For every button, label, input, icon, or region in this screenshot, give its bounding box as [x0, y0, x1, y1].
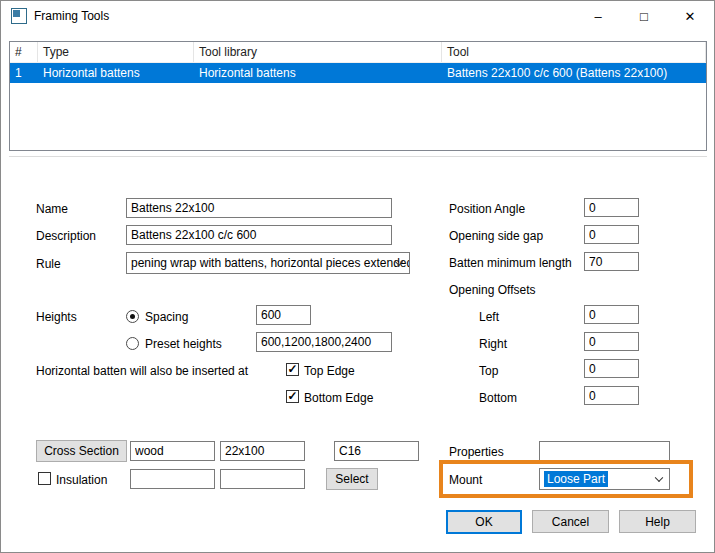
bottom-edge-checkbox[interactable] [286, 390, 299, 403]
framing-tools-dialog: Framing Tools – □ ✕ # Type Tool library … [0, 0, 715, 553]
offset-top-label: Top [479, 364, 498, 378]
mount-dropdown[interactable]: Loose Part [539, 468, 670, 490]
title-bar: Framing Tools – □ ✕ [1, 1, 714, 31]
top-edge-checkbox[interactable] [286, 363, 299, 376]
ok-button[interactable]: OK [446, 510, 522, 534]
properties-label: Properties [449, 445, 504, 459]
offset-left-input[interactable] [584, 305, 639, 324]
spacing-radio[interactable] [126, 310, 139, 323]
cross-section-grade-input[interactable] [334, 441, 419, 461]
minimize-icon[interactable]: – [575, 2, 621, 31]
row-type: Horizontal battens [38, 63, 194, 83]
offset-right-label: Right [479, 337, 507, 351]
rule-dropdown[interactable]: pening wrap with battens, horizontal pie… [126, 252, 410, 274]
help-button[interactable]: Help [619, 510, 696, 533]
rule-dropdown-value: pening wrap with battens, horizontal pie… [131, 256, 410, 270]
cross-section-size-input[interactable] [220, 441, 305, 461]
name-input[interactable] [126, 198, 392, 218]
row-library: Horizontal battens [194, 63, 442, 83]
column-header-num[interactable]: # [10, 42, 38, 62]
row-tool: Battens 22x100 c/c 600 (Battens 22x100) [442, 63, 706, 83]
offset-right-input[interactable] [584, 332, 639, 351]
spacing-input[interactable] [256, 305, 311, 325]
column-header-type[interactable]: Type [38, 42, 194, 62]
opening-side-gap-label: Opening side gap [449, 229, 543, 243]
select-button[interactable]: Select [326, 468, 378, 490]
offset-bottom-label: Bottom [479, 391, 517, 405]
cross-section-button[interactable]: Cross Section [36, 440, 127, 462]
offset-bottom-input[interactable] [584, 386, 639, 405]
column-header-library[interactable]: Tool library [194, 42, 442, 62]
insert-at-label: Horizontal batten will also be inserted … [36, 364, 248, 378]
separator-line [9, 156, 707, 157]
tool-list: # Type Tool library Tool 1 Horizontal ba… [9, 41, 707, 151]
row-num: 1 [10, 63, 38, 83]
insulation-label[interactable]: Insulation [56, 473, 107, 487]
insulation-checkbox[interactable] [38, 472, 51, 485]
offset-left-label: Left [479, 310, 499, 324]
column-header-tool[interactable]: Tool [442, 42, 706, 62]
preset-heights-input[interactable] [256, 332, 392, 352]
maximize-icon[interactable]: □ [621, 2, 667, 31]
top-edge-label[interactable]: Top Edge [304, 364, 355, 378]
batten-minimum-length-label: Batten minimum length [449, 256, 572, 270]
description-input[interactable] [126, 225, 392, 245]
app-icon [11, 8, 27, 24]
position-angle-input[interactable] [584, 198, 639, 217]
preset-heights-radio[interactable] [126, 337, 139, 350]
heights-label: Heights [36, 310, 77, 324]
mount-dropdown-value: Loose Part [544, 471, 608, 487]
position-angle-label: Position Angle [449, 202, 525, 216]
spacing-radio-label[interactable]: Spacing [145, 310, 188, 324]
offset-top-input[interactable] [584, 359, 639, 378]
description-label: Description [36, 229, 96, 243]
insulation-field2-input[interactable] [220, 469, 305, 489]
chevron-down-icon [655, 474, 663, 482]
preset-heights-radio-label[interactable]: Preset heights [145, 337, 222, 351]
opening-side-gap-input[interactable] [584, 225, 639, 244]
properties-input[interactable] [539, 441, 670, 461]
insulation-field1-input[interactable] [130, 469, 215, 489]
opening-offsets-label: Opening Offsets [449, 283, 536, 297]
bottom-edge-label[interactable]: Bottom Edge [304, 391, 373, 405]
window-title: Framing Tools [34, 9, 109, 23]
cancel-button[interactable]: Cancel [532, 510, 609, 533]
table-row[interactable]: 1 Horizontal battens Horizontal battens … [10, 63, 706, 83]
cross-section-material-input[interactable] [130, 441, 215, 461]
mount-label: Mount [449, 473, 482, 487]
rule-label: Rule [36, 257, 61, 271]
name-label: Name [36, 202, 68, 216]
close-icon[interactable]: ✕ [667, 2, 713, 31]
batten-minimum-length-input[interactable] [584, 252, 639, 271]
caption-buttons: – □ ✕ [575, 2, 713, 31]
tool-list-header: # Type Tool library Tool [10, 42, 706, 63]
